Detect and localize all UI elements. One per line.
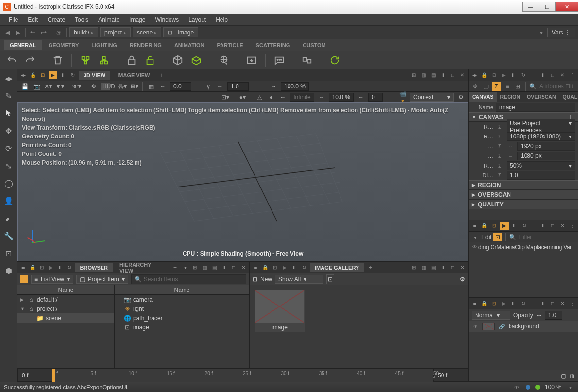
tab-gallery[interactable]: IMAGE GALLERY — [310, 263, 364, 272]
x-icon[interactable]: ✕ — [459, 264, 466, 272]
close-button[interactable]: ✕ — [555, 2, 578, 12]
sp-icon[interactable]: ⏸ — [439, 264, 447, 272]
brush-tool-icon[interactable]: 🖌 — [3, 212, 15, 224]
collapse-icon[interactable]: ◂▸ — [471, 300, 478, 307]
filter-icon[interactable]: ▼▾ — [55, 83, 64, 90]
pause-icon[interactable]: ⏸ — [56, 264, 64, 272]
nav-fwd-icon[interactable]: ▶ — [14, 28, 22, 37]
search-input[interactable]: 🔍 Search Items — [131, 274, 246, 284]
pause-icon[interactable]: ⏸ — [290, 264, 298, 272]
hex-tool-icon[interactable]: ⬢ — [3, 265, 15, 276]
list-item[interactable]: +⊡image — [115, 323, 249, 332]
more-icon[interactable]: ⋮ — [568, 71, 576, 79]
attrtab-overscan[interactable]: OVERSCAN — [524, 92, 560, 102]
cattab-geometry[interactable]: GEOMETRY — [43, 40, 85, 50]
link-icon[interactable]: 🔗 — [498, 323, 506, 330]
section-region[interactable]: ▶REGION — [469, 180, 578, 190]
mx-icon[interactable]: □ — [449, 264, 457, 272]
collapse-icon[interactable]: ◂▸ — [471, 71, 478, 79]
attr-field[interactable]: 1080p (1920x1080)▾ — [507, 132, 575, 141]
rotate-tool-icon[interactable]: ⟳ — [3, 142, 15, 154]
menu-edit[interactable]: Edit — [23, 17, 43, 23]
max-icon[interactable]: □ — [449, 71, 457, 79]
play-icon[interactable]: ▶ — [49, 71, 57, 79]
lock-icon[interactable]: 🔒 — [29, 71, 37, 79]
sliders2-icon[interactable]: ⊞ — [513, 82, 522, 91]
scale-tool-icon[interactable]: ⤡ — [3, 160, 15, 171]
context-dropdown[interactable]: Context▾ — [410, 93, 454, 102]
zoom-arrows-icon[interactable]: ↔ — [269, 83, 278, 90]
pin-icon[interactable]: ⊡ — [38, 264, 45, 272]
tab-browser[interactable]: BROWSER — [75, 263, 113, 272]
refresh-icon[interactable]: ↻ — [69, 71, 77, 79]
attrtab-region[interactable]: REGION — [497, 92, 524, 102]
zoom-value[interactable]: 100.0 % — [281, 82, 309, 91]
tree-row[interactable]: ▶⌂default:/ — [17, 295, 114, 304]
menu-animate[interactable]: Animate — [93, 17, 124, 23]
v3-field[interactable]: 0 — [368, 93, 383, 102]
x-icon[interactable]: ✕ — [239, 264, 247, 272]
tools-icon[interactable]: ✕▾ — [44, 83, 52, 90]
sp-icon[interactable]: ⏸ — [220, 264, 228, 272]
breadcrumb-scene[interactable]: scene▸ — [133, 27, 161, 37]
sp-icon[interactable]: ⏸ — [539, 71, 547, 79]
pin-icon[interactable]: ⊡ — [490, 300, 498, 307]
collapse-icon[interactable]: ◂▸ — [19, 71, 27, 79]
list-item[interactable]: 📷camera — [115, 295, 249, 304]
cattab-general[interactable]: GENERAL — [4, 40, 42, 50]
arrows2-icon[interactable]: ↔ — [317, 94, 326, 101]
menu-create[interactable]: Create — [43, 17, 70, 23]
mx-icon[interactable]: □ — [549, 71, 557, 79]
eye-icon[interactable]: 👁 — [472, 323, 479, 330]
cattab-particle[interactable]: PARTICLE — [211, 40, 249, 50]
cattab-rendering[interactable]: RENDERING — [124, 40, 168, 50]
vars-button[interactable]: Vars ⋮ — [547, 28, 575, 37]
nav-target-icon[interactable]: ◎ — [54, 28, 63, 37]
attr-field[interactable]: 1920 px — [517, 142, 575, 151]
filter-dropdown[interactable]: ▢ Project Item ▾ — [76, 275, 128, 284]
tri-icon[interactable]: △ — [255, 94, 264, 101]
timeline-start[interactable]: 0 f — [17, 369, 52, 382]
g4-icon[interactable]: ⊞ — [191, 264, 199, 272]
close-panel-icon[interactable]: ✕ — [459, 71, 466, 79]
lock2-icon[interactable]: ⊡ — [39, 71, 47, 79]
edit-icon[interactable]: ⊡ — [493, 233, 502, 241]
sp-icon[interactable]: ⏸ — [539, 300, 547, 307]
g2-icon[interactable]: ▥ — [420, 264, 427, 272]
arrows-icon[interactable]: ↔ — [536, 312, 542, 319]
redo-icon[interactable] — [23, 53, 37, 67]
lock-icon[interactable] — [125, 53, 138, 67]
user-tool-icon[interactable]: 👤 — [3, 195, 15, 206]
refresh-icon[interactable]: ↻ — [519, 71, 527, 79]
pause-icon[interactable]: ⏸ — [510, 71, 517, 79]
crop-tool-icon[interactable]: ⊡ — [3, 247, 15, 259]
wrench-tool-icon[interactable]: 🔧 — [3, 230, 15, 241]
dot-icon[interactable]: ●▾ — [238, 94, 247, 101]
sliders-icon[interactable]: ≡ — [503, 82, 511, 91]
opacity-field[interactable]: 10.0 % — [329, 93, 354, 102]
viewport-3d[interactable]: Select: Select item (LMB) Add item to se… — [17, 102, 468, 261]
circle-icon[interactable]: ● — [267, 94, 275, 101]
comment-icon[interactable] — [272, 53, 286, 67]
g2-icon[interactable]: ▥ — [201, 264, 208, 272]
import-icon[interactable] — [245, 53, 258, 67]
eye-icon[interactable]: 👁 — [471, 243, 478, 251]
attrtab-canvas[interactable]: CANVAS — [469, 92, 497, 102]
attr-field[interactable]: 1080 px — [517, 152, 575, 160]
refresh-icon[interactable] — [328, 53, 341, 67]
tree-row[interactable]: 📁scene — [17, 313, 114, 323]
attr-field[interactable]: 1.0 — [507, 171, 575, 180]
lock-icon[interactable]: 🔒 — [261, 264, 269, 272]
status-eye-icon[interactable]: 👁 — [513, 383, 521, 391]
view-mode-dropdown[interactable]: ≡ List View ▾ — [31, 275, 73, 284]
more-icon[interactable]: ⋮ — [568, 300, 576, 307]
tab-3dview[interactable]: 3D VIEW — [79, 71, 110, 80]
pin-icon[interactable]: ⊡ — [271, 264, 279, 272]
tree-row[interactable]: ▼⌂project:/ — [17, 304, 114, 313]
eye-icon[interactable]: 👁▾ — [72, 83, 81, 90]
box-open-icon[interactable] — [189, 53, 203, 67]
move-tool-icon[interactable]: ✥ — [3, 125, 15, 136]
settings-icon[interactable]: ⚙ — [457, 94, 465, 101]
refresh-icon[interactable]: ↻ — [66, 264, 73, 272]
sp-icon[interactable]: ⏸ — [539, 222, 547, 230]
